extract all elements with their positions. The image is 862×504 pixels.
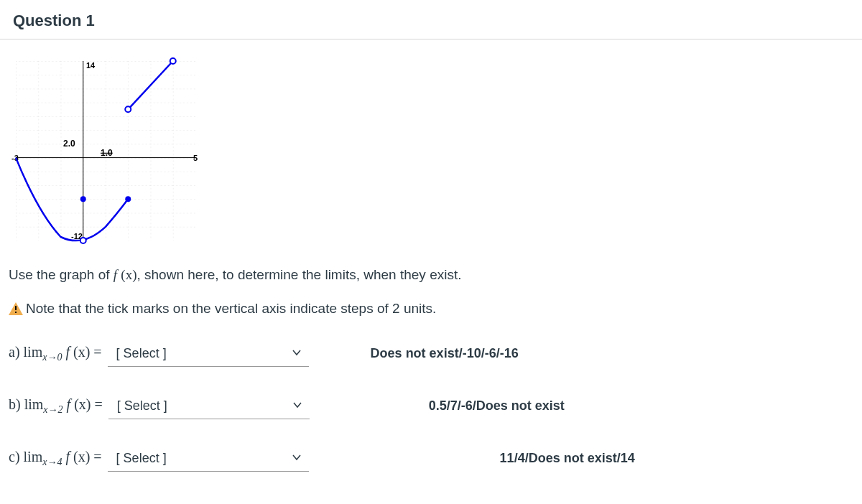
part-b-eq: = xyxy=(91,396,102,412)
question-part-b: b) limx→2 f (x) = [ Select ] 0.5/7/-6/Do… xyxy=(9,393,853,419)
part-b-prefix: b) lim xyxy=(9,396,43,412)
part-a-eq: = xyxy=(90,344,101,360)
y-tick-14: 14 xyxy=(86,61,96,70)
select-b[interactable]: [ Select ] xyxy=(108,393,310,419)
limit-expr-c: c) limx→4 f (x) = xyxy=(9,449,102,468)
part-a-prefix: a) lim xyxy=(9,344,42,360)
instruction-pre: Use the graph of xyxy=(9,267,113,282)
question-header: Question 1 xyxy=(0,0,862,39)
part-b-f: f xyxy=(67,396,71,412)
select-a[interactable]: [ Select ] xyxy=(108,340,309,367)
instruction-post: , shown here, to determine the limits, w… xyxy=(136,267,461,282)
open-point-4-14 xyxy=(170,58,176,64)
part-a-f: f xyxy=(65,344,70,360)
instruction-text: Use the graph of f (x), shown here, to d… xyxy=(9,265,853,286)
part-c-eq: = xyxy=(90,449,101,465)
open-point-2-7 xyxy=(125,106,131,112)
question-content: 14 -12 -3 5 2.0 1.0 Use the graph of f (… xyxy=(0,39,862,504)
graph-svg: 14 -12 -3 5 2.0 1.0 xyxy=(9,54,203,248)
question-part-c: c) limx→4 f (x) = [ Select ] 11/4/Does n… xyxy=(9,445,853,472)
svg-rect-3 xyxy=(15,306,17,310)
part-b-x: (x) xyxy=(74,396,91,412)
question-part-a: a) limx→0 f (x) = [ Select ] Does not ex… xyxy=(9,340,853,367)
warning-line: Note that the tick marks on the vertical… xyxy=(9,299,853,319)
hint-a: Does not exist/-10/-6/-16 xyxy=(313,346,853,361)
question-title: Question 1 xyxy=(13,11,849,30)
select-wrap-b: [ Select ] xyxy=(108,393,310,419)
function-graph: 14 -12 -3 5 2.0 1.0 xyxy=(9,54,203,248)
closed-point-2-neg6 xyxy=(125,196,131,202)
part-a-x: (x) xyxy=(73,344,90,360)
part-c-f: f xyxy=(65,449,70,465)
part-c-x: (x) xyxy=(73,449,90,465)
select-c[interactable]: [ Select ] xyxy=(108,445,309,472)
label-1-0: 1.0 xyxy=(101,148,113,158)
closed-point-0-neg6 xyxy=(80,196,86,202)
warning-icon xyxy=(9,302,23,315)
hint-b: 0.5/7/-6/Does not exist xyxy=(314,398,853,414)
select-wrap-a: [ Select ] xyxy=(108,340,309,367)
part-c-sub: x→4 xyxy=(42,457,62,467)
instruction-x: (x) xyxy=(121,267,136,282)
x-tick-5: 5 xyxy=(193,154,198,162)
part-c-prefix: c) lim xyxy=(9,449,42,465)
hint-c: 11/4/Does not exist/14 xyxy=(313,451,853,466)
limit-expr-a: a) limx→0 f (x) = xyxy=(9,344,102,363)
svg-rect-4 xyxy=(15,312,17,313)
part-a-sub: x→0 xyxy=(42,352,62,363)
warning-text: Note that the tick marks on the vertical… xyxy=(26,299,436,319)
label-2-0: 2.0 xyxy=(63,139,75,149)
part-b-sub: x→2 xyxy=(43,404,62,415)
instruction-f: f xyxy=(113,267,117,282)
open-point-0-neg12 xyxy=(80,238,86,243)
limit-expr-b: b) limx→2 f (x) = xyxy=(9,396,103,416)
select-wrap-c: [ Select ] xyxy=(108,445,309,472)
